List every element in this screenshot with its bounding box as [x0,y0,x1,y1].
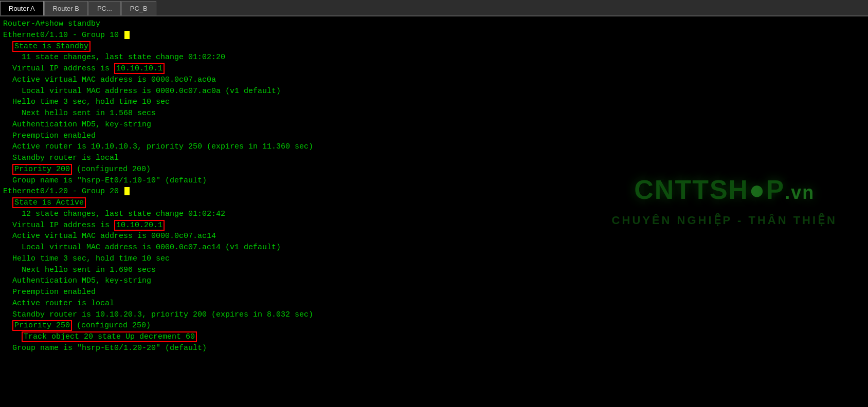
priority-200-highlight: Priority 200 [12,164,72,175]
line-21: Local virtual MAC address is 0000.0c07.a… [3,242,865,253]
line-22: Hello time 3 sec, hold time 10 sec [3,253,865,265]
line-23: Next hello sent in 1.696 secs [3,265,865,276]
line-10: Authentication MD5, key-string [3,119,865,131]
tab-router-a[interactable]: Router A [0,1,44,15]
line-24: Authentication MD5, key-string [3,275,865,287]
tab-pc-b[interactable]: PC_B [121,1,156,15]
line-18: 12 state changes, last state change 01:0… [3,209,865,220]
line-25: Preemption enabled [3,287,865,298]
track-object-highlight: Track object 20 state Up decrement 60 [22,331,197,342]
line-20: Active virtual MAC address is 0000.0c07.… [3,231,865,242]
line-6: Active virtual MAC address is 0000.0c07.… [3,75,865,86]
state-active-highlight: State is Active [12,197,86,208]
line-14: Priority 200 (configured 200) [3,164,865,175]
line-11: Preemption enabled [3,131,865,142]
tab-router-b[interactable]: Router B [44,1,88,15]
line-30: Group name is "hsrp-Et0/1.20-20" (defaul… [3,343,865,354]
line-12: Active router is 10.10.10.3, priority 25… [3,141,865,153]
line-3: State is Standby [3,41,865,52]
virtual-ip-2-highlight: 10.10.20.1 [114,220,165,231]
line-16: Ethernet0/1.20 - Group 20 [3,186,865,197]
line-19: Virtual IP address is 10.10.20.1 [3,220,865,231]
state-standby-highlight: State is Standby [12,41,91,52]
line-8: Hello time 3 sec, hold time 10 sec [3,97,865,108]
line-28: Priority 250 (configured 250) [3,320,865,331]
line-29: Track object 20 state Up decrement 60 [3,331,865,343]
terminal: Router-A#show standby Ethernet0/1.10 - G… [0,16,868,356]
cursor-1 [124,31,130,39]
line-26: Active router is local [3,298,865,309]
virtual-ip-1-highlight: 10.10.10.1 [114,63,165,74]
priority-250-highlight: Priority 250 [12,320,72,331]
line-4: 11 state changes, last state change 01:0… [3,52,865,63]
line-1: Router-A#show standby [3,18,865,30]
line-5: Virtual IP address is 10.10.10.1 [3,63,865,75]
line-17: State is Active [3,197,865,209]
tab-pc[interactable]: PC... [88,1,121,15]
line-13: Standby router is local [3,153,865,164]
tab-bar: Router A Router B PC... PC_B [0,0,868,16]
line-9: Next hello sent in 1.568 secs [3,108,865,119]
cursor-2 [124,187,130,195]
line-15: Group name is "hsrp-Et0/1.10-10" (defaul… [3,175,865,187]
line-27: Standby router is 10.10.20.3, priority 2… [3,309,865,321]
line-2: Ethernet0/1.10 - Group 10 [3,30,865,41]
line-7: Local virtual MAC address is 0000.0c07.a… [3,86,865,97]
